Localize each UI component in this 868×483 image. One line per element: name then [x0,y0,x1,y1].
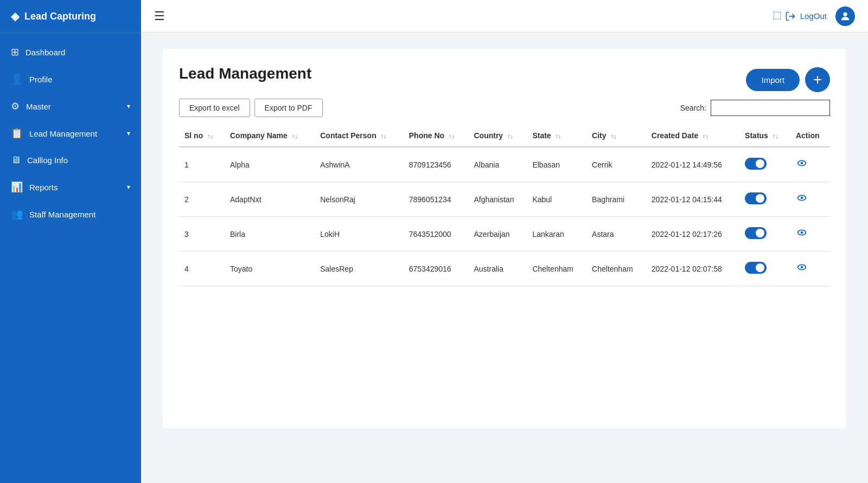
sidebar-item-dashboard[interactable]: ⊞ Dashboard [0,38,141,66]
sidebar-item-reports[interactable]: 📊 Reports ▾ [0,173,141,201]
export-row: Export to excel Export to PDF Search: [179,99,830,117]
staff-icon: 👥 [11,208,23,220]
hamburger-menu[interactable]: ☰ [154,9,165,23]
export-pdf-button[interactable]: Export to PDF [254,99,323,117]
col-label: State [532,131,551,140]
status-toggle[interactable] [745,158,767,170]
cell-sl_no: 4 [179,252,225,286]
cell-action [790,217,830,252]
cell-status [739,252,790,286]
avatar-icon [839,10,851,22]
col-label: Country [474,131,503,140]
cell-created_date: 2022-01-12 02:07:58 [646,252,739,286]
add-lead-button[interactable]: + [805,67,830,92]
view-icon[interactable] [796,195,808,206]
col-label: City [592,131,606,140]
cell-city: Astara [586,217,646,252]
calllog-icon: 🖥 [11,154,21,166]
sidebar-item-staff[interactable]: 👥 Staff Management [0,201,141,228]
chevron-down-icon: ▾ [127,183,130,191]
view-icon[interactable] [796,160,808,171]
col-action: Action [790,125,830,147]
cell-created_date: 2022-01-12 14:49:56 [646,147,739,182]
dashboard-icon: ⊞ [11,46,19,58]
sort-icon: ↑↓ [556,133,561,139]
cell-company_name: Birla [225,217,315,252]
svg-point-1 [843,12,847,16]
cell-sl_no: 3 [179,217,225,252]
import-button[interactable]: Import [746,69,800,91]
cell-action [790,252,830,286]
sidebar-item-label: Calllog Info [27,156,68,165]
col-label: Status [745,131,768,140]
table-row: 4ToyatoSalesRep6753429016AustraliaChelte… [179,252,830,286]
cell-city: Baghrami [586,182,646,217]
main-area: ☰ ⬚ LogOut Lead Management Import + [141,0,868,483]
col-label: Sl no [184,131,203,140]
header: ☰ ⬚ LogOut [141,0,868,33]
sort-icon: ↑↓ [381,133,387,139]
cell-action [790,182,830,217]
export-excel-button[interactable]: Export to excel [179,99,250,117]
status-toggle[interactable] [745,227,767,239]
cell-phone_no: 6753429016 [404,252,469,286]
cell-country: Azerbaijan [468,217,527,252]
svg-point-9 [801,266,803,269]
sidebar-item-lead-management[interactable]: 📋 Lead Management ▾ [0,120,141,147]
col-phone-no[interactable]: Phone No ↑↓ [404,125,469,147]
sort-icon: ↑↓ [773,133,778,139]
col-label: Phone No [409,131,444,140]
chevron-down-icon: ▾ [127,130,130,137]
export-buttons: Export to excel Export to PDF [179,99,323,117]
status-toggle[interactable] [745,262,767,274]
logout-button[interactable]: ⬚ LogOut [773,10,827,22]
sort-icon: ↑↓ [507,133,513,139]
content-card: Lead Management Import + Export to excel… [163,49,846,428]
table-row: 1AlphaAshwinA8709123456AlbaniaElbasanCer… [179,147,830,182]
svg-point-3 [801,162,803,165]
cell-country: Albania [468,147,527,182]
col-state[interactable]: State ↑↓ [527,125,586,147]
cell-country: Australia [468,252,527,286]
sidebar-item-profile[interactable]: 👤 Profile [0,66,141,93]
cell-contact_person: NelsonRaj [315,182,404,217]
col-created-date[interactable]: Created Date ↑↓ [646,125,739,147]
cell-sl_no: 1 [179,147,225,182]
cell-created_date: 2022-01-12 02:17:26 [646,217,739,252]
col-contact-person[interactable]: Contact Person ↑↓ [315,125,404,147]
profile-icon: 👤 [11,73,23,85]
sidebar-item-calllog[interactable]: 🖥 Calllog Info [0,147,141,173]
col-status[interactable]: Status ↑↓ [739,125,790,147]
sidebar-item-master[interactable]: ⚙ Master ▾ [0,93,141,120]
logout-icon: ⬚ [773,10,782,22]
col-country[interactable]: Country ↑↓ [468,125,527,147]
logout-arrow-icon [785,11,796,22]
col-label: Action [796,131,820,140]
cell-contact_person: LokiH [315,217,404,252]
cell-state: Kabul [527,182,586,217]
cell-state: Lankaran [527,217,586,252]
sort-icon: ↑↓ [207,133,213,139]
sidebar-item-label: Reports [29,183,58,192]
user-avatar[interactable] [835,7,855,26]
table-row: 3BirlaLokiH7643512000AzerbaijanLankaranA… [179,217,830,252]
col-city[interactable]: City ↑↓ [586,125,646,147]
col-sl-no[interactable]: Sl no ↑↓ [179,125,225,147]
col-company-name[interactable]: Company Name ↑↓ [225,125,315,147]
lead-management-icon: 📋 [11,127,23,139]
status-toggle[interactable] [745,192,767,204]
svg-point-7 [801,231,803,234]
view-icon[interactable] [796,265,808,275]
cell-status [739,217,790,252]
cell-contact_person: SalesRep [315,252,404,286]
cell-created_date: 2022-01-12 04:15:44 [646,182,739,217]
view-icon[interactable] [796,230,808,241]
cell-state: Cheltenham [527,252,586,286]
reports-icon: 📊 [11,181,23,193]
search-input[interactable] [711,100,830,116]
sidebar-item-label: Dashboard [25,48,65,57]
table-row: 2AdaptNxtNelsonRaj7896051234AfghanistanK… [179,182,830,217]
sidebar-item-label: Master [26,102,51,111]
col-label: Company Name [230,131,288,140]
logo-icon: ◈ [11,10,19,23]
